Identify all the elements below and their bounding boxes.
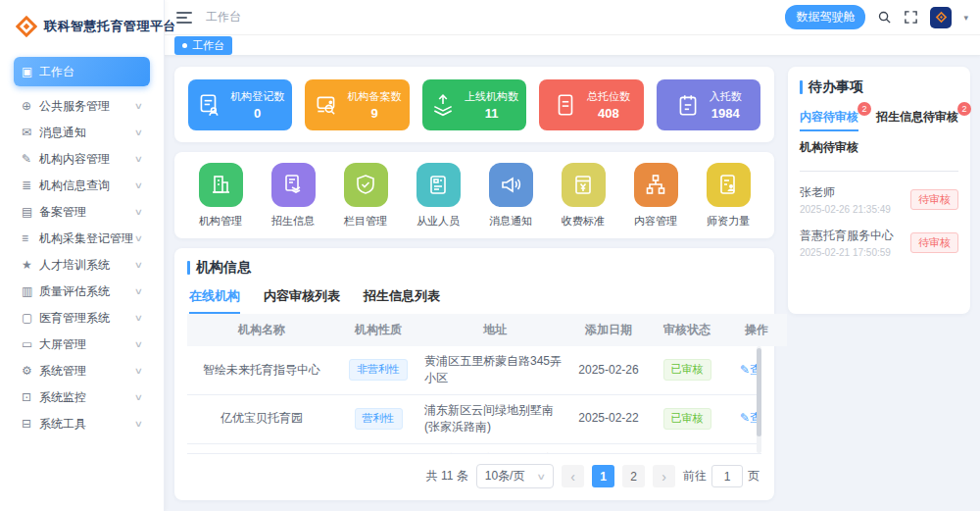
stat-card-registered[interactable]: 机构登记数 0 xyxy=(188,79,292,130)
stats-panel: 机构登记数 0 机构备案数 9 xyxy=(174,67,774,142)
org-type-badge: 非营利性 xyxy=(349,359,408,381)
building-icon xyxy=(199,163,243,207)
sidebar-item-system-tools[interactable]: ⊟ 系统工具 ∨ xyxy=(14,412,150,435)
brand-diamond-icon xyxy=(16,16,37,37)
main-area: 工作台 数据驾驶舱 ▾ xyxy=(165,0,980,511)
left-column: 机构登记数 0 机构备案数 9 xyxy=(174,67,774,500)
quick-link-practitioners[interactable]: 从业人员 xyxy=(416,163,461,229)
pagination-total: 共 11 条 xyxy=(426,468,468,485)
quick-links-panel: 机构管理 招生信息 栏目管理 xyxy=(174,152,774,238)
quick-link-message-notice[interactable]: 消息通知 xyxy=(489,163,533,229)
sidebar-item-talent-training[interactable]: ★ 人才培训系统 ∨ xyxy=(14,253,150,277)
prev-page-button[interactable]: ‹ xyxy=(562,465,584,487)
chevron-down-icon: ∨ xyxy=(134,101,143,111)
list-item[interactable]: 普惠托育服务中心 2025-02-21 17:50:59 待审核 xyxy=(800,228,958,258)
app-window: 联科智慧托育管理平台 ▣ 工作台 ⊕ 公共服务管理 ∨ ✉ 消息通知 ∨ ✎ 机… xyxy=(0,0,980,511)
collection-icon: ≡ xyxy=(22,231,39,245)
sidebar-item-message-notice[interactable]: ✉ 消息通知 ∨ xyxy=(14,121,150,144)
quick-link-org-mgmt[interactable]: 机构管理 xyxy=(199,163,243,229)
sidebar-item-public-service[interactable]: ⊕ 公共服务管理 ∨ xyxy=(14,94,150,118)
quick-link-fee-standard[interactable]: 收费标准 xyxy=(562,163,606,229)
gear-icon: ⚙ xyxy=(22,364,39,378)
quick-link-teacher-resources[interactable]: 师资力量 xyxy=(707,163,751,229)
sitemap-icon xyxy=(634,163,678,207)
stat-value: 408 xyxy=(598,106,619,121)
sidebar-item-big-screen[interactable]: ▭ 大屏管理 ∨ xyxy=(14,332,150,356)
tab-enrollment-pending[interactable]: 招生信息待审核 2 xyxy=(876,109,958,131)
list-item[interactable]: 张老师 2025-02-26 21:35:49 待审核 xyxy=(800,184,958,215)
page-size-select[interactable]: 10条/页 ∨ xyxy=(476,464,554,488)
page-button-1[interactable]: 1 xyxy=(592,465,614,487)
data-cockpit-button[interactable]: 数据驾驶舱 xyxy=(785,5,865,29)
app-title: 联科智慧托育管理平台 xyxy=(44,18,176,35)
table-row[interactable]: 亿优宝贝托育园 营利性 浦东新区云间绿地别墅南(张家浜路南) 2025-02-2… xyxy=(187,394,761,443)
stat-card-online[interactable]: 上线机构数 11 xyxy=(422,79,526,130)
status-badge: 已审核 xyxy=(663,359,711,381)
chevron-down-icon: ∨ xyxy=(134,366,143,376)
tab-content-review-list[interactable]: 内容审核列表 xyxy=(264,287,340,314)
table-row[interactable]: 丹尼尔托育中心（优贝佳） 营利性 浦东新区陆家嘴未来资产大厦(陆家嘴环路) 20… xyxy=(187,443,761,454)
avatar[interactable] xyxy=(930,7,952,28)
sidebar: 联科智慧托育管理平台 ▣ 工作台 ⊕ 公共服务管理 ∨ ✉ 消息通知 ∨ ✎ 机… xyxy=(0,0,165,511)
chevron-down-icon: ∨ xyxy=(134,154,143,164)
tab-enrollment-info-list[interactable]: 招生信息列表 xyxy=(364,287,440,314)
chevron-down-icon: ∨ xyxy=(134,233,143,243)
person-doc-icon xyxy=(707,163,751,207)
tab-content-pending[interactable]: 内容待审核 2 xyxy=(800,109,858,131)
goto-page: 前往 页 xyxy=(683,465,760,487)
document-icon xyxy=(553,92,578,118)
table-scrollbar[interactable] xyxy=(757,346,761,453)
next-page-button[interactable]: › xyxy=(653,465,675,487)
message-icon: ✉ xyxy=(22,126,39,139)
tab-online-orgs[interactable]: 在线机构 xyxy=(189,287,240,314)
table-row[interactable]: 智绘未来托育指导中心 非营利性 黄浦区五里桥蒙自路345弄小区 2025-02-… xyxy=(187,346,761,394)
quick-link-enrollment-info[interactable]: 招生信息 xyxy=(271,163,316,229)
sidebar-nav: ▣ 工作台 ⊕ 公共服务管理 ∨ ✉ 消息通知 ∨ ✎ 机构内容管理 ∨ ≣ 机… xyxy=(0,51,164,442)
archive-icon: ▤ xyxy=(22,205,39,219)
tag-bar: 工作台 xyxy=(165,35,980,56)
sidebar-item-org-content[interactable]: ✎ 机构内容管理 ∨ xyxy=(14,147,150,171)
quick-link-content-mgmt[interactable]: 内容管理 xyxy=(634,163,678,229)
chevron-down-icon[interactable]: ▾ xyxy=(963,13,968,23)
goto-page-input[interactable] xyxy=(711,465,743,487)
fullscreen-icon[interactable] xyxy=(904,10,918,25)
tab-org-pending[interactable]: 机构待审核 xyxy=(800,139,858,162)
quick-link-column-mgmt[interactable]: 栏目管理 xyxy=(344,163,388,229)
star-icon: ★ xyxy=(22,258,39,272)
sidebar-item-workbench[interactable]: ▣ 工作台 xyxy=(14,57,150,86)
sidebar-item-system-monitor[interactable]: ⊡ 系统监控 ∨ xyxy=(14,385,150,409)
sidebar-item-system-mgmt[interactable]: ⚙ 系统管理 ∨ xyxy=(14,359,150,383)
chevron-down-icon: ∨ xyxy=(134,392,143,402)
grid-icon: ▢ xyxy=(22,311,39,325)
content: 机构登记数 0 机构备案数 9 xyxy=(165,56,980,511)
logo: 联科智慧托育管理平台 xyxy=(0,0,164,51)
pending-badge: 待审核 xyxy=(910,232,958,253)
breadcrumb: 工作台 xyxy=(206,9,241,26)
toolbox-icon: ⊟ xyxy=(22,417,39,431)
chevron-down-icon: ∨ xyxy=(134,180,143,190)
sidebar-item-quality-eval[interactable]: ▥ 质量评估系统 ∨ xyxy=(14,280,150,303)
stat-value: 0 xyxy=(254,106,261,121)
stat-card-enrolled[interactable]: 入托数 1984 xyxy=(657,79,760,130)
globe-icon: ⊕ xyxy=(22,99,39,113)
org-table-header: 机构名称 机构性质 地址 添加日期 审核状态 操作 xyxy=(187,314,787,346)
sidebar-item-filing-mgmt[interactable]: ▤ 备案管理 ∨ xyxy=(14,200,150,224)
badge-count: 2 xyxy=(957,102,971,116)
screen-icon: ▭ xyxy=(22,337,39,351)
clipboard-icon xyxy=(675,92,701,118)
todo-tabs: 内容待审核 2 招生信息待审核 2 机构待审核 xyxy=(800,109,958,172)
right-column: 待办事项 内容待审核 2 招生信息待审核 2 机构待审核 xyxy=(788,67,970,500)
sidebar-item-medical-care[interactable]: ▢ 医育管理系统 ∨ xyxy=(14,306,150,330)
tag-workbench[interactable]: 工作台 xyxy=(174,36,232,55)
title-bar-accent xyxy=(187,261,190,275)
chevron-down-icon: ∨ xyxy=(537,472,547,482)
page-button-2[interactable]: 2 xyxy=(622,465,645,487)
search-icon[interactable] xyxy=(877,10,892,25)
org-info-panel: 机构信息 在线机构 内容审核列表 招生信息列表 机构名称 机构性质 地址 添加日… xyxy=(174,248,774,500)
collapse-menu-icon[interactable] xyxy=(176,12,192,24)
sidebar-item-org-info-query[interactable]: ≣ 机构信息查询 ∨ xyxy=(14,174,150,197)
stat-card-filed[interactable]: 机构备案数 9 xyxy=(305,79,409,130)
org-table-body: 智绘未来托育指导中心 非营利性 黄浦区五里桥蒙自路345弄小区 2025-02-… xyxy=(187,346,761,454)
sidebar-item-org-collect-register[interactable]: ≡ 机构采集登记管理 ∨ xyxy=(14,227,150,250)
stat-card-total-slots[interactable]: 总托位数 408 xyxy=(539,79,643,130)
